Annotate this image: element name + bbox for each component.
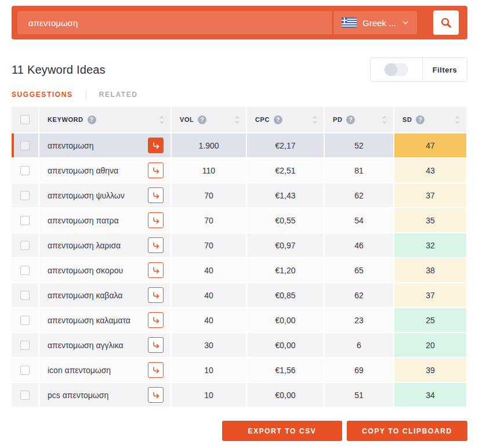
hook-arrow-icon bbox=[151, 391, 161, 400]
search-this-keyword-button[interactable] bbox=[148, 362, 164, 378]
filters-button[interactable]: Filters bbox=[423, 58, 467, 81]
keyword-cell[interactable]: απεντομωση πατρα bbox=[39, 208, 170, 232]
tabs: SUGGESTIONS RELATED bbox=[12, 90, 467, 99]
toggle-knob[interactable] bbox=[384, 63, 397, 76]
row-checkbox[interactable] bbox=[20, 316, 30, 325]
search-input[interactable] bbox=[17, 11, 332, 34]
help-icon[interactable]: ? bbox=[346, 115, 355, 124]
column-header-sd[interactable]: SD ? bbox=[394, 107, 466, 132]
row-checkbox-cell bbox=[12, 258, 38, 282]
results-header: 11 Keyword Ideas Filters bbox=[12, 57, 467, 82]
row-checkbox[interactable] bbox=[20, 166, 30, 175]
sort-icon[interactable] bbox=[159, 115, 165, 124]
language-selector[interactable]: Greek ... bbox=[332, 11, 417, 34]
search-button[interactable] bbox=[433, 10, 459, 35]
select-all-checkbox[interactable] bbox=[20, 115, 30, 124]
keyword-cell[interactable]: απεντομωση αθηνα bbox=[39, 158, 170, 182]
keyword-text: απεντομωση πατρα bbox=[48, 216, 119, 225]
table-row[interactable]: απεντομωση καβαλα40€0,856237 bbox=[12, 283, 466, 307]
keyword-cell[interactable]: απεντομωση καβαλα bbox=[39, 283, 170, 307]
search-this-keyword-button[interactable] bbox=[148, 337, 164, 353]
pd-cell: 54 bbox=[325, 208, 393, 232]
filters-toggle[interactable] bbox=[371, 58, 423, 81]
export-csv-button[interactable]: EXPORT TO CSV bbox=[222, 421, 342, 441]
filters-box: Filters bbox=[370, 57, 467, 82]
cpc-cell: €0,00 bbox=[247, 333, 324, 357]
toggle-track[interactable] bbox=[384, 63, 408, 76]
search-this-keyword-button[interactable] bbox=[148, 212, 164, 228]
sd-cell: 32 bbox=[394, 233, 466, 257]
cpc-cell: €0,00 bbox=[247, 383, 324, 407]
cpc-cell: €2,17 bbox=[247, 133, 324, 157]
row-checkbox[interactable] bbox=[20, 241, 30, 250]
column-header-keyword[interactable]: KEYWORD ? bbox=[39, 107, 170, 132]
table-row[interactable]: απεντομωση λαρισα70€0,974632 bbox=[12, 233, 466, 257]
language-label: Greek ... bbox=[362, 18, 396, 28]
search-this-keyword-button[interactable] bbox=[148, 237, 164, 253]
table-row[interactable]: απεντομωση1.900€2,175247 bbox=[12, 133, 466, 157]
row-checkbox[interactable] bbox=[20, 216, 30, 225]
column-header-cpc[interactable]: CPC ? bbox=[247, 107, 324, 132]
hook-arrow-icon bbox=[151, 141, 161, 150]
table-row[interactable]: απεντομωση αθηνα110€2,518143 bbox=[12, 158, 466, 182]
table-row[interactable]: απεντομωση ψυλλων70€1,436237 bbox=[12, 183, 466, 207]
cpc-cell: €1,43 bbox=[247, 183, 324, 207]
tab-related[interactable]: RELATED bbox=[99, 91, 138, 99]
sd-cell: 38 bbox=[394, 258, 466, 282]
table-row[interactable]: icon απεντομωση10€1,566939 bbox=[12, 358, 466, 382]
keyword-cell[interactable]: απεντομωση καλαματα bbox=[39, 308, 170, 332]
keyword-text: icon απεντομωση bbox=[48, 366, 111, 375]
pd-cell: 52 bbox=[325, 133, 393, 157]
pd-cell: 6 bbox=[325, 333, 393, 357]
cpc-cell: €1,56 bbox=[247, 358, 324, 382]
row-checkbox-cell bbox=[12, 133, 38, 157]
row-checkbox[interactable] bbox=[20, 141, 30, 150]
keyword-cell[interactable]: απεντομωση bbox=[39, 133, 170, 157]
hook-arrow-icon bbox=[151, 291, 161, 300]
search-this-keyword-button[interactable] bbox=[148, 387, 164, 403]
vol-cell: 70 bbox=[172, 233, 246, 257]
search-this-keyword-button[interactable] bbox=[148, 312, 164, 328]
search-this-keyword-button[interactable] bbox=[148, 138, 164, 153]
copy-clipboard-button[interactable]: COPY TO CLIPBOARD bbox=[347, 421, 467, 441]
row-checkbox[interactable] bbox=[20, 266, 30, 275]
sort-icon[interactable] bbox=[234, 115, 240, 124]
search-this-keyword-button[interactable] bbox=[148, 162, 164, 178]
page-title: 11 Keyword Ideas bbox=[12, 63, 106, 77]
tab-suggestions[interactable]: SUGGESTIONS bbox=[12, 91, 73, 99]
help-icon[interactable]: ? bbox=[416, 115, 424, 124]
sort-icon[interactable] bbox=[312, 115, 318, 124]
row-checkbox[interactable] bbox=[20, 391, 30, 400]
pd-cell: 69 bbox=[325, 358, 393, 382]
column-header-vol[interactable]: VOL ? bbox=[172, 107, 246, 132]
keyword-cell[interactable]: απεντομωση ψυλλων bbox=[39, 183, 170, 207]
table-row[interactable]: απεντομωση πατρα70€0,555435 bbox=[12, 208, 466, 232]
table-row[interactable]: απεντομωση καλαματα40€0,002325 bbox=[12, 308, 466, 332]
sort-icon[interactable] bbox=[455, 115, 460, 124]
table-row[interactable]: απεντομωση αγγλικα30€0,00620 bbox=[12, 333, 466, 357]
row-checkbox[interactable] bbox=[20, 341, 30, 350]
keyword-cell[interactable]: icon απεντομωση bbox=[39, 358, 170, 382]
keyword-cell[interactable]: απεντομωση σκορου bbox=[39, 258, 170, 282]
sort-icon[interactable] bbox=[382, 115, 387, 124]
keyword-cell[interactable]: απεντομωση αγγλικα bbox=[39, 333, 170, 357]
row-checkbox[interactable] bbox=[20, 291, 30, 300]
column-header-pd[interactable]: PD ? bbox=[325, 107, 393, 132]
search-this-keyword-button[interactable] bbox=[148, 287, 164, 303]
search-this-keyword-button[interactable] bbox=[148, 187, 164, 203]
table-row[interactable]: pcs απεντομωση10€0,005134 bbox=[12, 383, 466, 407]
greek-flag-icon bbox=[342, 17, 357, 28]
keyword-table: KEYWORD ? VOL ? bbox=[10, 106, 467, 408]
keyword-cell[interactable]: pcs απεντομωση bbox=[39, 383, 170, 407]
help-icon[interactable]: ? bbox=[88, 115, 96, 124]
pd-cell: 62 bbox=[325, 183, 393, 207]
table-row[interactable]: απεντομωση σκορου40€1,206538 bbox=[12, 258, 466, 282]
help-icon[interactable]: ? bbox=[274, 115, 282, 124]
search-this-keyword-button[interactable] bbox=[148, 262, 164, 278]
keyword-cell[interactable]: απεντομωση λαρισα bbox=[39, 233, 170, 257]
row-checkbox[interactable] bbox=[20, 366, 30, 375]
cpc-cell: €0,85 bbox=[247, 283, 324, 307]
row-checkbox[interactable] bbox=[20, 191, 30, 200]
help-icon[interactable]: ? bbox=[198, 115, 206, 124]
pd-cell: 51 bbox=[325, 383, 393, 407]
